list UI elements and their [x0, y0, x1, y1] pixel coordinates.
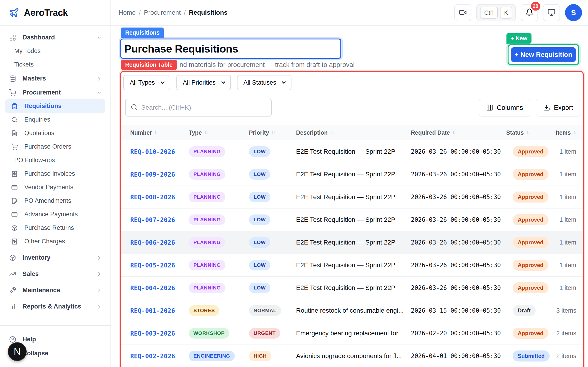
sidebar-item-label: Help	[23, 336, 36, 343]
requisition-number-link[interactable]: REQ-010-2026	[130, 148, 175, 155]
type-badge: PLANNING	[189, 237, 225, 248]
requisition-number-link[interactable]: REQ-004-2026	[130, 284, 175, 292]
help-icon	[9, 336, 17, 343]
column-header-priority[interactable]: Priority↑↓	[249, 129, 296, 136]
sidebar-item-purchase-orders[interactable]: Purchase Orders	[5, 140, 105, 153]
requisition-number-link[interactable]: REQ-009-2026	[130, 171, 175, 178]
column-header-status[interactable]: Status↑↓	[506, 129, 559, 136]
column-header-required-date[interactable]: Required Date↑↓	[411, 129, 506, 136]
sidebar-item-purchase-invoices[interactable]: Purchase Invoices	[5, 167, 105, 181]
sidebar-item-purchase-returns[interactable]: Purchase Returns	[5, 221, 105, 235]
sidebar-item-po-amendments[interactable]: PO Amendments	[5, 194, 105, 208]
table-row[interactable]: REQ-006-2026PLANNINGLOWE2E Test Requisit…	[121, 231, 583, 254]
status-badge: Approved	[513, 328, 548, 339]
priority-filter-select[interactable]: All Priorities	[176, 75, 231, 90]
command-palette-shortcut[interactable]: Ctrl K	[476, 4, 516, 21]
items-count-cell: 1 item	[559, 171, 576, 178]
new-requisition-button[interactable]: + New Requisition	[511, 47, 576, 62]
sidebar-item-label: Quotations	[24, 130, 54, 137]
sidebar-item-quotations[interactable]: Quotations	[5, 126, 105, 140]
type-filter-select[interactable]: All Types	[123, 75, 170, 90]
topbar: Home / Procurement / Requisitions Ctrl K…	[111, 0, 588, 26]
description-cell: E2E Test Requisition — Sprint 22P	[296, 171, 411, 178]
table-row[interactable]: REQ-008-2026PLANNINGLOWE2E Test Requisit…	[121, 186, 583, 209]
breadcrumb-procurement[interactable]: Procurement	[144, 9, 181, 16]
requisition-number-link[interactable]: REQ-001-2026	[130, 307, 175, 314]
table-row[interactable]: REQ-005-2026PLANNINGLOWE2E Test Requisit…	[121, 254, 583, 277]
sidebar-item-other-charges[interactable]: Other Charges	[5, 235, 105, 248]
k-keycap: K	[500, 7, 512, 19]
status-filter-select[interactable]: All Statuses	[237, 75, 292, 90]
page-subtitle: nd materials for procurement — track fro…	[180, 61, 355, 69]
status-badge: Approved	[513, 146, 548, 157]
column-header-items[interactable]: Items↑↓	[559, 129, 576, 136]
sort-arrows-icon: ↑↓	[154, 130, 157, 135]
table-row[interactable]: REQ-003-2026WORKSHOPURGENTEmergency bear…	[121, 322, 583, 345]
sidebar-item-requisitions[interactable]: Requisitions	[5, 99, 105, 113]
sidebar-item-po-follow-ups[interactable]: PO Follow-ups	[5, 153, 105, 167]
column-label: Priority	[249, 129, 269, 136]
sidebar-item-label: Requisitions	[24, 102, 61, 110]
video-camera-icon	[459, 8, 467, 17]
sidebar-item-vendor-payments[interactable]: Vendor Payments	[5, 181, 105, 194]
priority-badge: LOW	[249, 215, 270, 225]
sidebar-item-my-todos[interactable]: My Todos	[5, 44, 105, 58]
plane-logo-icon	[9, 7, 19, 18]
search-input[interactable]	[141, 104, 266, 111]
ctrl-keycap: Ctrl	[480, 7, 498, 19]
column-header-type[interactable]: Type↑↓	[189, 129, 249, 136]
sidebar-item-reports-analytics[interactable]: Reports & Analytics	[5, 300, 105, 313]
table-row[interactable]: REQ-002-2026ENGINEERINGHIGHAvionics upgr…	[121, 345, 583, 367]
items-count-cell: 2 items	[556, 330, 576, 337]
user-avatar[interactable]: S	[565, 4, 582, 21]
notifications-button[interactable]: 29	[521, 4, 538, 21]
sidebar-item-dashboard[interactable]: Dashboard	[5, 31, 105, 44]
sidebar-item-masters[interactable]: Masters	[5, 72, 105, 85]
columns-icon	[486, 104, 493, 111]
sidebar-item-advance-payments[interactable]: Advance Payments	[5, 208, 105, 221]
requisition-number-link[interactable]: REQ-005-2026	[130, 262, 175, 269]
requisition-number-link[interactable]: REQ-007-2026	[130, 216, 175, 223]
table-row[interactable]: REQ-009-2026PLANNINGLOWE2E Test Requisit…	[121, 163, 583, 186]
sidebar-item-label: PO Follow-ups	[14, 157, 55, 164]
sidebar-item-tickets[interactable]: Tickets	[5, 58, 105, 71]
display-mode-button[interactable]	[543, 4, 560, 21]
annotation-new-tag: + New	[506, 33, 531, 44]
brand: AeroTrack	[0, 0, 111, 26]
table-row[interactable]: REQ-010-2026PLANNINGLOWE2E Test Requisit…	[121, 140, 583, 163]
priority-filter-wrap: All Priorities	[176, 75, 231, 90]
columns-button[interactable]: Columns	[479, 99, 530, 117]
requisition-number-link[interactable]: REQ-006-2026	[130, 239, 175, 246]
priority-badge: LOW	[249, 169, 270, 180]
required-date-cell: 2026-03-15 00:00:00+05:30	[411, 307, 506, 314]
status-badge: Approved	[513, 169, 548, 180]
card-icon	[10, 211, 18, 218]
column-header-description[interactable]: Description↑↓	[296, 129, 411, 136]
sidebar-item-maintenance[interactable]: Maintenance	[5, 284, 105, 297]
receipt-icon	[10, 238, 18, 245]
package-icon	[9, 254, 17, 261]
sidebar-item-enquiries[interactable]: Enquiries	[5, 113, 105, 126]
subtitle-row: Requisition Table nd materials for procu…	[121, 60, 355, 70]
table-row[interactable]: REQ-004-2026PLANNINGLOWE2E Test Requisit…	[121, 277, 583, 299]
description-cell: E2E Test Requisition — Sprint 22P	[296, 239, 411, 246]
status-badge: Approved	[513, 237, 548, 248]
sidebar-item-sales[interactable]: Sales	[5, 267, 105, 281]
sidebar-item-procurement[interactable]: Procurement	[5, 86, 105, 99]
table-row[interactable]: REQ-001-2026STORESNORMALRoutine restock …	[121, 299, 583, 322]
sidebar-item-inventory[interactable]: Inventory	[5, 251, 105, 265]
requisition-number-link[interactable]: REQ-002-2026	[130, 352, 175, 360]
export-button[interactable]: Export	[536, 99, 580, 117]
priority-badge: URGENT	[249, 328, 280, 339]
cart-icon	[10, 144, 18, 150]
chevron-right-icon	[96, 287, 102, 293]
nextjs-dev-badge[interactable]: N	[8, 343, 26, 361]
column-header-number[interactable]: Number↑↓	[130, 129, 189, 136]
table-toolbar: Columns Export	[479, 99, 580, 117]
breadcrumb-home[interactable]: Home	[119, 9, 136, 16]
requisition-number-link[interactable]: REQ-008-2026	[130, 194, 175, 201]
requisition-number-link[interactable]: REQ-003-2026	[130, 330, 175, 337]
screen-record-button[interactable]	[454, 4, 471, 21]
table-row[interactable]: REQ-007-2026PLANNINGLOWE2E Test Requisit…	[121, 209, 583, 231]
breadcrumb-current: Requisitions	[189, 9, 228, 16]
